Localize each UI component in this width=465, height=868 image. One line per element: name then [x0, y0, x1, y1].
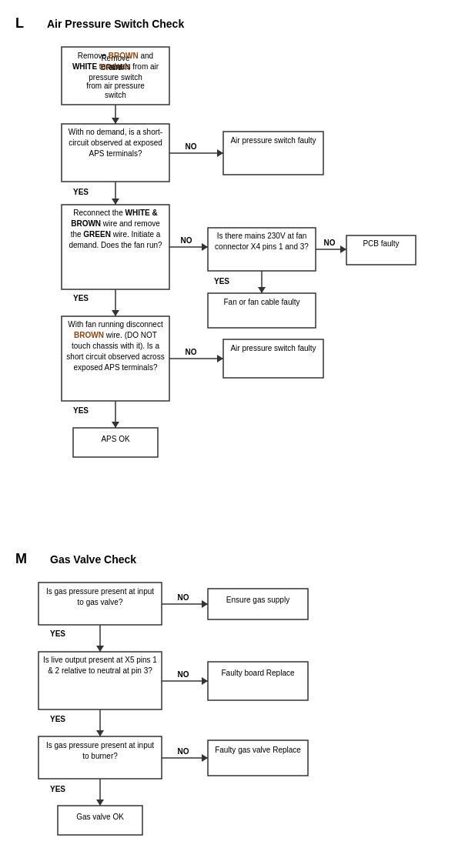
q1-yes-label: YES: [73, 188, 89, 196]
pcb-faulty-text: PCB faulty: [346, 235, 416, 252]
svg-marker-8: [112, 118, 119, 124]
svg-marker-48: [202, 754, 208, 762]
aps-ok-text: APS OK: [73, 428, 158, 451]
m-q2-no-result: Faulty board Replace: [208, 662, 308, 685]
q3-box-text: With fan running disconnect BROWN wire. …: [62, 316, 169, 376]
section-m-title: Gas Valve Check: [50, 553, 136, 566]
fan-faulty-text: Fan or fan cable faulty: [208, 293, 316, 312]
q1-no-result-text: Air pressure switch faulty: [223, 132, 323, 150]
svg-marker-42: [202, 677, 208, 685]
m-q1-yes-label: YES: [50, 629, 65, 638]
svg-marker-11: [217, 149, 223, 157]
svg-marker-17: [202, 243, 208, 251]
sub-q-no-label: NO: [324, 239, 336, 247]
section-l-flowchart: Remove BROWN and WHITE from air pressure…: [15, 39, 454, 543]
m-q2-yes-label: YES: [50, 715, 65, 723]
q3-no-result-text: Air pressure switch faulty: [223, 339, 323, 358]
svg-marker-39: [96, 646, 104, 652]
sub-q-yes-label: YES: [214, 277, 229, 285]
q2-box-text: Reconnect the WHITE & BROWN wire and rem…: [62, 205, 169, 254]
m-q2-no-label: NO: [178, 670, 189, 679]
svg-marker-51: [96, 800, 104, 806]
svg-marker-14: [112, 199, 119, 205]
svg-marker-36: [202, 600, 208, 608]
start-box-text: Remove BROWN and WHITE terminals from ai…: [62, 47, 169, 87]
svg-marker-26: [112, 310, 119, 316]
page: L Air Pressure Switch Check Remove BROWN…: [0, 0, 465, 868]
m-q3-no-result: Faulty gas valve Replace: [208, 740, 308, 760]
svg-marker-45: [96, 730, 104, 736]
q3-no-label: NO: [186, 348, 197, 356]
svg-marker-20: [340, 245, 346, 253]
m-q1-text: Is gas pressure present at input to gas …: [38, 583, 162, 612]
m-q1-no-label: NO: [178, 593, 189, 602]
section-m-header: M Gas Valve Check: [15, 551, 450, 567]
q2-no-label: NO: [181, 236, 192, 245]
q1-no-label: NO: [186, 142, 197, 151]
m-q2-text: Is live output present at X5 pins 1 & 2 …: [38, 652, 162, 679]
m-q3-no-label: NO: [178, 747, 189, 756]
section-l-label: L: [15, 15, 24, 32]
section-l-header: L Air Pressure Switch Check: [15, 15, 450, 32]
sub-q-text: Is there mains 230V at fan connector X4 …: [208, 228, 316, 255]
section-m-label: M: [15, 551, 27, 567]
m-q1-no-result: Ensure gas supply: [208, 589, 308, 612]
q1-box-text: With no demand, is a short-circuit obser…: [62, 124, 169, 162]
svg-marker-29: [217, 355, 223, 362]
m-q3-text: Is gas pressure present at input to burn…: [38, 736, 162, 766]
m-q3-yes-label: YES: [50, 785, 65, 793]
m-final-text: Gas valve OK: [58, 806, 142, 829]
section-m-flowchart: Is gas pressure present at input to gas …: [15, 575, 454, 868]
section-l-title: Air Pressure Switch Check: [47, 18, 184, 30]
svg-marker-32: [112, 422, 119, 428]
svg-marker-23: [258, 287, 266, 293]
q3-yes-label: YES: [73, 406, 89, 415]
q2-yes-label: YES: [73, 294, 89, 302]
